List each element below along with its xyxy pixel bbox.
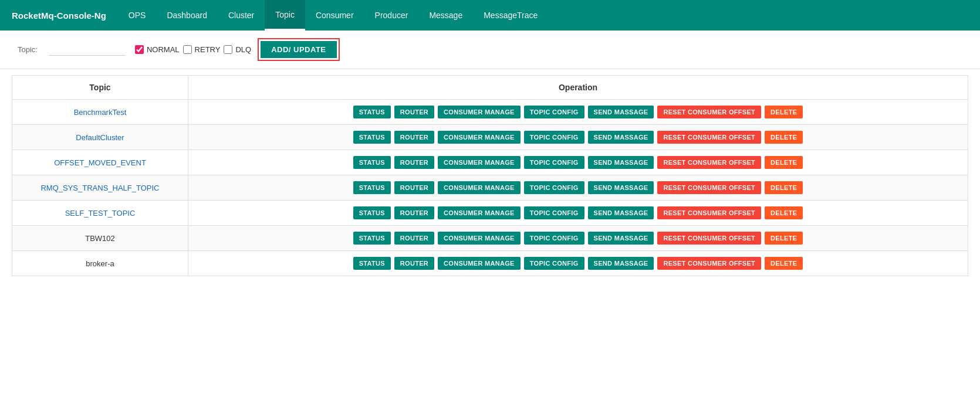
dlq-checkbox-item[interactable]: DLQ [224,45,251,54]
filter-group: NORMAL RETRY DLQ [135,45,251,54]
nav-items: OPSDashboardClusterTopicConsumerProducer… [118,0,548,30]
reset-consumer-offset-button[interactable]: RESET CONSUMER OFFSET [657,181,761,194]
router-button[interactable]: ROUTER [394,232,434,245]
nav-item-producer[interactable]: Producer [364,0,419,30]
normal-checkbox-item[interactable]: NORMAL [135,45,180,54]
reset-consumer-offset-button[interactable]: RESET CONSUMER OFFSET [657,106,761,118]
nav-item-consumer[interactable]: Consumer [305,0,364,30]
table-row: TBW102STATUSROUTERCONSUMER MANAGETOPIC C… [12,226,968,251]
nav-item-topic[interactable]: Topic [265,0,305,30]
ops-cell: STATUSROUTERCONSUMER MANAGETOPIC CONFIGS… [188,100,968,125]
consumer-manage-button[interactable]: CONSUMER MANAGE [438,257,521,270]
normal-checkbox[interactable] [135,45,144,54]
navbar: RocketMq-Console-Ng OPSDashboardClusterT… [0,0,980,30]
delete-button[interactable]: DELETE [765,106,803,118]
table-body: BenchmarkTestSTATUSROUTERCONSUMER MANAGE… [12,100,968,276]
status-button[interactable]: STATUS [353,181,391,194]
topic-config-button[interactable]: TOPIC CONFIG [524,181,584,194]
topic-config-button[interactable]: TOPIC CONFIG [524,206,584,219]
col-topic: Topic [12,76,188,100]
dlq-checkbox[interactable] [224,45,232,54]
send-massage-button[interactable]: SEND MASSAGE [588,232,654,245]
nav-item-ops[interactable]: OPS [118,0,157,30]
topic-link[interactable]: DefaultCluster [76,133,124,142]
send-massage-button[interactable]: SEND MASSAGE [588,131,654,144]
delete-button[interactable]: DELETE [765,156,803,169]
delete-button[interactable]: DELETE [765,206,803,219]
reset-consumer-offset-button[interactable]: RESET CONSUMER OFFSET [657,206,761,219]
status-button[interactable]: STATUS [353,156,391,169]
send-massage-button[interactable]: SEND MASSAGE [588,156,654,169]
status-button[interactable]: STATUS [353,257,391,270]
status-button[interactable]: STATUS [353,206,391,219]
delete-button[interactable]: DELETE [765,181,803,194]
topic-cell: SELF_TEST_TOPIC [12,201,188,226]
topics-table: Topic Operation BenchmarkTestSTATUSROUTE… [12,75,968,276]
send-massage-button[interactable]: SEND MASSAGE [588,206,654,219]
send-massage-button[interactable]: SEND MASSAGE [588,106,654,118]
router-button[interactable]: ROUTER [394,131,434,144]
ops-cell: STATUSROUTERCONSUMER MANAGETOPIC CONFIGS… [188,175,968,201]
consumer-manage-button[interactable]: CONSUMER MANAGE [438,181,521,194]
topic-cell: TBW102 [12,226,188,251]
topic-link[interactable]: BenchmarkTest [74,108,127,117]
topic-text: TBW102 [85,234,115,243]
add-update-button[interactable]: ADD/ UPDATE [261,41,336,58]
topic-cell: OFFSET_MOVED_EVENT [12,150,188,175]
nav-item-messagetrace[interactable]: MessageTrace [473,0,548,30]
consumer-manage-button[interactable]: CONSUMER MANAGE [438,156,521,169]
topic-cell: DefaultCluster [12,125,188,150]
nav-item-dashboard[interactable]: Dashboard [156,0,218,30]
dlq-label[interactable]: DLQ [235,45,251,54]
consumer-manage-button[interactable]: CONSUMER MANAGE [438,206,521,219]
nav-item-cluster[interactable]: Cluster [218,0,265,30]
topic-link[interactable]: OFFSET_MOVED_EVENT [54,158,146,167]
router-button[interactable]: ROUTER [394,181,434,194]
delete-button[interactable]: DELETE [765,131,803,144]
status-button[interactable]: STATUS [353,106,391,118]
nav-item-message[interactable]: Message [418,0,473,30]
topic-label: Topic: [18,45,38,54]
reset-consumer-offset-button[interactable]: RESET CONSUMER OFFSET [657,131,761,144]
retry-checkbox[interactable] [183,45,192,54]
topic-input[interactable] [49,44,126,56]
retry-checkbox-item[interactable]: RETRY [183,45,221,54]
reset-consumer-offset-button[interactable]: RESET CONSUMER OFFSET [657,232,761,245]
status-button[interactable]: STATUS [353,131,391,144]
topic-config-button[interactable]: TOPIC CONFIG [524,232,584,245]
table-container: Topic Operation BenchmarkTestSTATUSROUTE… [0,75,980,276]
topic-link[interactable]: RMQ_SYS_TRANS_HALF_TOPIC [40,184,159,192]
col-operation: Operation [188,76,968,100]
consumer-manage-button[interactable]: CONSUMER MANAGE [438,106,521,118]
reset-consumer-offset-button[interactable]: RESET CONSUMER OFFSET [657,257,761,270]
send-massage-button[interactable]: SEND MASSAGE [588,181,654,194]
router-button[interactable]: ROUTER [394,206,434,219]
consumer-manage-button[interactable]: CONSUMER MANAGE [438,131,521,144]
consumer-manage-button[interactable]: CONSUMER MANAGE [438,232,521,245]
topic-config-button[interactable]: TOPIC CONFIG [524,257,584,270]
table-row: RMQ_SYS_TRANS_HALF_TOPICSTATUSROUTERCONS… [12,175,968,201]
ops-cell: STATUSROUTERCONSUMER MANAGETOPIC CONFIGS… [188,251,968,276]
normal-label[interactable]: NORMAL [147,45,180,54]
send-massage-button[interactable]: SEND MASSAGE [588,257,654,270]
topic-text: broker-a [86,259,114,268]
router-button[interactable]: ROUTER [394,257,434,270]
delete-button[interactable]: DELETE [765,257,803,270]
table-row: DefaultClusterSTATUSROUTERCONSUMER MANAG… [12,125,968,150]
reset-consumer-offset-button[interactable]: RESET CONSUMER OFFSET [657,156,761,169]
toolbar: Topic: NORMAL RETRY DLQ ADD/ UPDATE [0,30,980,69]
ops-cell: STATUSROUTERCONSUMER MANAGETOPIC CONFIGS… [188,125,968,150]
delete-button[interactable]: DELETE [765,232,803,245]
ops-cell: STATUSROUTERCONSUMER MANAGETOPIC CONFIGS… [188,201,968,226]
table-row: BenchmarkTestSTATUSROUTERCONSUMER MANAGE… [12,100,968,125]
status-button[interactable]: STATUS [353,232,391,245]
router-button[interactable]: ROUTER [394,106,434,118]
topic-cell: BenchmarkTest [12,100,188,125]
navbar-brand: RocketMq-Console-Ng [12,11,106,21]
topic-config-button[interactable]: TOPIC CONFIG [524,131,584,144]
topic-config-button[interactable]: TOPIC CONFIG [524,156,584,169]
topic-config-button[interactable]: TOPIC CONFIG [524,106,584,118]
retry-label[interactable]: RETRY [195,45,221,54]
topic-link[interactable]: SELF_TEST_TOPIC [65,209,136,218]
router-button[interactable]: ROUTER [394,156,434,169]
